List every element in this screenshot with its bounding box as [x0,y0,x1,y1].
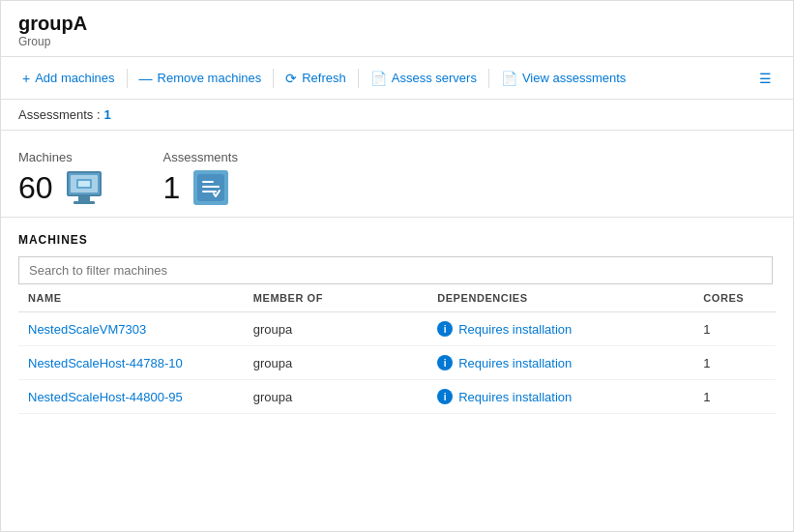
assessments-count-link[interactable]: 1 [104,107,111,122]
machines-label: Machines [18,150,105,164]
column-header-member: MEMBER OF [244,284,427,312]
table-row: NestedScaleHost-44800-95groupaiRequires … [18,380,776,414]
assessments-label: Assessments [163,150,238,164]
refresh-button[interactable]: ⟳ Refresh [276,65,356,92]
assessments-bar: Assessments : 1 [1,100,793,131]
view-icon: 📄 [501,71,517,86]
machines-section-title: MACHINES [18,233,776,247]
page-subtitle: Group [18,35,776,48]
machine-name-cell[interactable]: NestedScaleHost-44800-95 [18,380,244,414]
machine-member-cell: groupa [244,346,427,380]
machine-name-cell[interactable]: NestedScaleVM7303 [18,312,244,346]
view-assessments-button[interactable]: 📄 View assessments [491,65,635,92]
svg-rect-5 [202,191,217,192]
toolbar-separator-3 [358,69,359,88]
page-title: groupA [18,13,776,35]
machines-count: 60 [18,172,53,203]
toolbar-separator-2 [273,69,274,88]
info-icon: i [437,355,453,370]
machines-table: NAME MEMBER OF DEPENDENCIES CORES Nested… [18,284,776,414]
page-header: groupA Group [1,1,793,57]
toolbar-separator-4 [488,69,489,88]
grid-view-button[interactable]: ☰ [750,65,781,92]
refresh-icon: ⟳ [285,71,297,86]
assess-servers-button[interactable]: 📄 Assess servers [361,65,486,92]
machine-name-cell[interactable]: NestedScaleHost-44788-10 [18,346,244,380]
column-header-dependencies: DEPENDENCIES [427,284,693,312]
add-machines-button[interactable]: + Add machines [13,65,125,92]
machine-dependencies-cell[interactable]: iRequires installation [427,346,693,380]
remove-machines-button[interactable]: — Remove machines [130,65,272,92]
machine-dependencies-cell[interactable]: iRequires installation [427,380,693,414]
machine-cores-cell: 1 [693,312,776,346]
svg-rect-3 [202,181,214,183]
table-header-row: NAME MEMBER OF DEPENDENCIES CORES [18,284,776,312]
machine-cores-cell: 1 [693,346,776,380]
table-row: NestedScaleVM7303groupaiRequires install… [18,312,776,346]
machine-member-cell: groupa [244,380,427,414]
assessments-icon [190,168,232,207]
minus-icon: — [139,71,153,86]
machines-stat-row: 60 [18,168,105,207]
machine-member-cell: groupa [244,312,427,346]
machines-stat: Machines 60 [18,150,105,207]
column-header-cores: CORES [693,284,776,312]
svg-rect-1 [78,181,90,187]
grid-icon: ☰ [759,71,772,86]
assessments-stat: Assessments 1 [163,150,238,207]
info-icon: i [437,389,453,404]
table-row: NestedScaleHost-44788-10groupaiRequires … [18,346,776,380]
plus-icon: + [22,71,30,86]
toolbar-separator [127,69,128,88]
assessments-stat-row: 1 [163,168,238,207]
stats-section: Machines 60 [1,131,793,218]
machines-icon [63,168,105,207]
assess-icon: 📄 [370,71,387,86]
assessments-count: 1 [163,172,181,203]
machine-cores-cell: 1 [693,380,776,414]
machine-dependencies-cell[interactable]: iRequires installation [427,312,693,346]
toolbar-right-spacer: ☰ [750,65,781,92]
svg-rect-4 [202,186,220,188]
column-header-name: NAME [18,284,244,312]
toolbar: + Add machines — Remove machines ⟳ Refre… [1,57,793,100]
machines-section: MACHINES NAME MEMBER OF DEPENDENCIES COR… [1,218,793,414]
info-icon: i [437,321,453,337]
search-input[interactable] [18,256,773,284]
